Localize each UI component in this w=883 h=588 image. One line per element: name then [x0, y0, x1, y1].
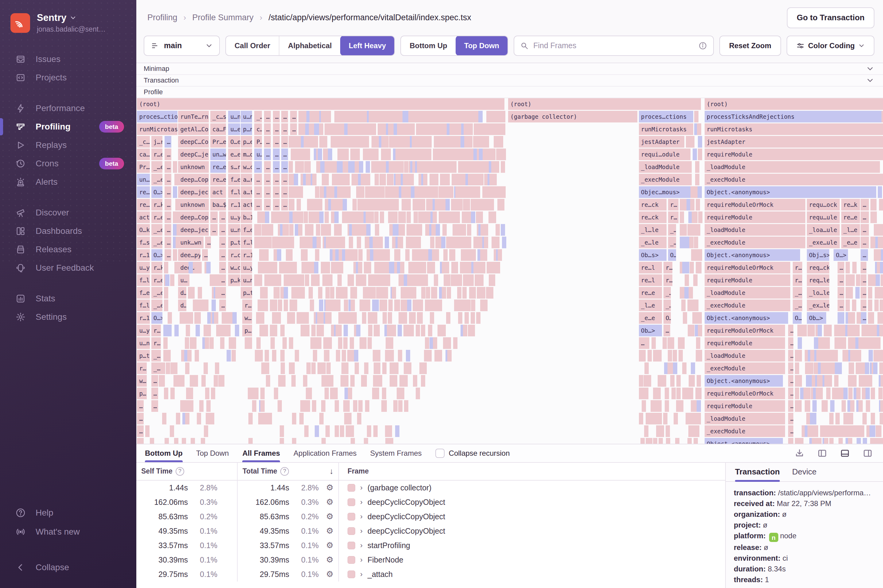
- flame-frame-sliver[interactable]: [350, 274, 354, 286]
- flame-frame-sliver[interactable]: [697, 413, 701, 424]
- flame-frame-sliver[interactable]: [315, 425, 319, 437]
- flame-frame[interactable]: _…e: [152, 224, 162, 236]
- sidebar-item-stats[interactable]: Stats: [0, 290, 136, 308]
- flame-frame-sliver[interactable]: [273, 300, 277, 311]
- flame-frame-sliver[interactable]: [414, 212, 418, 223]
- flame-frame[interactable]: …: [290, 123, 297, 135]
- flame-frame-sliver[interactable]: [327, 337, 332, 349]
- flame-frame-sliver[interactable]: [366, 161, 370, 173]
- flame-frame-sliver[interactable]: [163, 337, 168, 349]
- flame-frame-sliver[interactable]: [835, 413, 840, 424]
- flame-frame[interactable]: u…n: [137, 337, 150, 349]
- flame-frame-sliver[interactable]: [305, 325, 309, 336]
- flame-frame[interactable]: act: [241, 199, 252, 210]
- flame-frame-sliver[interactable]: [164, 388, 168, 399]
- flame-frame-sliver[interactable]: [274, 388, 278, 399]
- flame-frame-sliver[interactable]: [189, 388, 193, 399]
- flame-frame-sliver[interactable]: [342, 350, 346, 362]
- flame-frame-sliver[interactable]: [797, 337, 802, 349]
- flame-frame-sliver[interactable]: [666, 438, 670, 444]
- flame-frame[interactable]: requireModuleOrMock: [704, 199, 805, 210]
- flame-frame-sliver[interactable]: [351, 438, 355, 444]
- flame-frame-sliver[interactable]: [679, 350, 683, 362]
- flame-frame-sliver[interactable]: [880, 400, 883, 412]
- flame-frame[interactable]: _…: [254, 111, 261, 123]
- flame-frame[interactable]: …: [860, 287, 866, 298]
- flame-frame-sliver[interactable]: [814, 337, 818, 349]
- flame-frame-sliver[interactable]: [269, 224, 273, 236]
- flame-frame[interactable]: _loadModule: [639, 161, 689, 173]
- flame-frame-sliver[interactable]: [639, 375, 643, 387]
- sidebar-item-performance[interactable]: Performance: [0, 99, 136, 117]
- flame-frame-sliver[interactable]: [306, 161, 311, 173]
- flame-frame-sliver[interactable]: [433, 287, 437, 298]
- flame-frame[interactable]: …: [281, 174, 288, 185]
- flame-frame-sliver[interactable]: [811, 325, 815, 336]
- flame-frame-sliver[interactable]: [375, 388, 379, 399]
- flame-frame-sliver[interactable]: [348, 388, 352, 399]
- flame-frame-sliver[interactable]: [314, 262, 318, 273]
- flame-frame[interactable]: …: [273, 199, 280, 210]
- flame-frame[interactable]: runMicrotasks: [137, 123, 177, 135]
- flame-frame[interactable]: e…e: [228, 148, 240, 160]
- flame-frame-sliver[interactable]: [318, 148, 322, 160]
- flame-frame-sliver[interactable]: [260, 388, 265, 399]
- flame-frame[interactable]: u…y: [241, 262, 252, 273]
- flame-frame[interactable]: …: [281, 111, 288, 123]
- flame-frame-sliver[interactable]: [641, 350, 646, 362]
- flame-frame-sliver[interactable]: [421, 287, 425, 298]
- flame-frame-sliver[interactable]: [358, 400, 363, 412]
- flame-frame-sliver[interactable]: [838, 438, 843, 444]
- flame-frame[interactable]: …: [281, 161, 288, 173]
- flame-frame-sliver[interactable]: [312, 237, 317, 248]
- flame-frame[interactable]: Pr…d: [137, 161, 150, 173]
- flame-frame-sliver[interactable]: [427, 350, 432, 362]
- flame-frame[interactable]: ca…Fn: [210, 123, 226, 135]
- flame-frame-sliver[interactable]: [453, 337, 458, 349]
- flame-frame[interactable]: …: [137, 425, 144, 437]
- flame-frame[interactable]: deep…Copy: [178, 174, 209, 185]
- flame-frame-sliver[interactable]: [697, 262, 701, 273]
- flame-frame-sliver[interactable]: [472, 249, 476, 261]
- flame-frame-sliver[interactable]: [304, 425, 309, 437]
- flame-frame[interactable]: r…e: [152, 212, 162, 223]
- chevron-right-icon[interactable]: ›: [360, 526, 363, 535]
- flame-frame[interactable]: _loa…ule: [807, 224, 840, 236]
- flame-frame-sliver[interactable]: [442, 325, 446, 336]
- flame-frame[interactable]: O…: [793, 312, 802, 324]
- flame-frame-sliver[interactable]: [865, 362, 869, 374]
- flame-frame-sliver[interactable]: [344, 300, 348, 311]
- flame-frame-sliver[interactable]: [689, 287, 693, 298]
- flame-frame-sliver[interactable]: [338, 325, 342, 336]
- section-toggle-profile[interactable]: Profile: [136, 87, 883, 98]
- flame-frame-sliver[interactable]: [349, 237, 353, 248]
- flame-frame-sliver[interactable]: [872, 199, 877, 210]
- flame-frame-sliver[interactable]: [810, 350, 814, 362]
- sidebar-item-crons[interactable]: Cronsbeta: [0, 154, 136, 173]
- flame-frame[interactable]: _execModule: [704, 362, 785, 374]
- flame-frame[interactable]: …: [219, 287, 226, 298]
- flame-frame[interactable]: …: [219, 262, 226, 273]
- flame-frame-sliver[interactable]: [278, 400, 282, 412]
- flame-frame[interactable]: m…d: [241, 148, 252, 160]
- flame-frame-sliver[interactable]: [209, 337, 214, 349]
- flame-frame-sliver[interactable]: [376, 362, 380, 374]
- flame-frame-sliver[interactable]: [878, 186, 882, 198]
- flame-frame-sliver[interactable]: [189, 312, 193, 324]
- flame-frame-sliver[interactable]: [863, 438, 867, 444]
- flame-frame[interactable]: _ex…le: [807, 300, 829, 311]
- flame-frame-sliver[interactable]: [430, 312, 434, 324]
- flame-frame-sliver[interactable]: [371, 287, 376, 298]
- flame-frame-sliver[interactable]: [877, 425, 881, 437]
- flame-frame-sliver[interactable]: [189, 400, 194, 412]
- flame-frame-sliver[interactable]: [683, 224, 687, 236]
- flame-frame-sliver[interactable]: [413, 375, 417, 387]
- flame-frame-sliver[interactable]: [347, 413, 351, 424]
- flame-frame-sliver[interactable]: [161, 375, 165, 387]
- flame-frame-sliver[interactable]: [407, 300, 411, 311]
- flame-frame[interactable]: _c…t: [137, 136, 150, 148]
- flame-frame-sliver[interactable]: [865, 388, 870, 399]
- flame-frame-sliver[interactable]: [673, 350, 677, 362]
- flame-frame-sliver[interactable]: [281, 362, 285, 374]
- flame-frame[interactable]: …: [788, 375, 793, 387]
